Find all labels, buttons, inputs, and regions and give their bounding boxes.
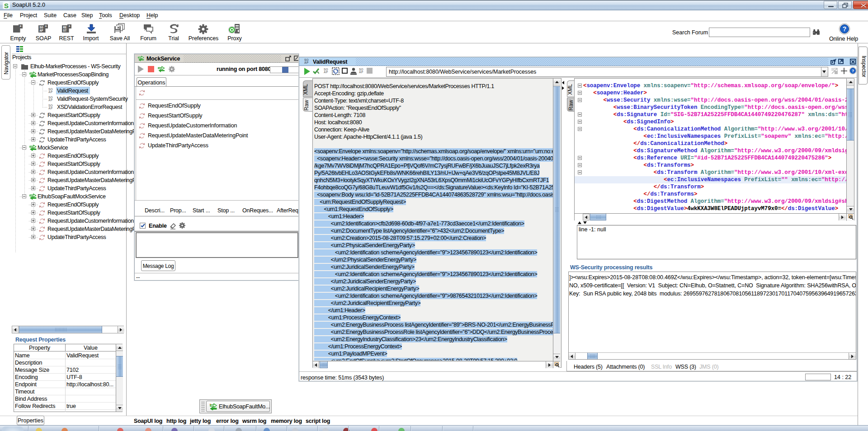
svg-text:*: * [69, 24, 71, 29]
svg-text:?: ? [852, 69, 854, 73]
svg-text:AP: AP [40, 29, 43, 33]
svg-text:ST: ST [63, 29, 67, 33]
svg-text:*: * [45, 24, 47, 29]
svg-text:*: * [20, 24, 22, 29]
svg-text:?: ? [843, 25, 847, 33]
